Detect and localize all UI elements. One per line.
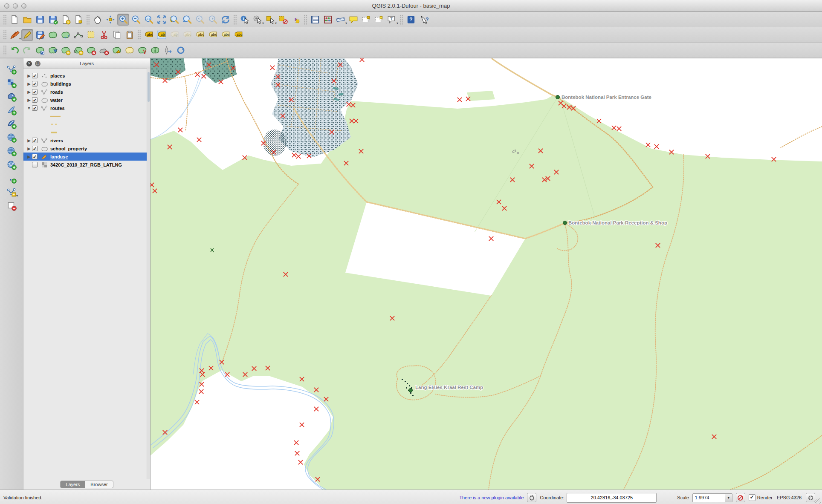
label-pin-button[interactable]: ab	[156, 29, 168, 41]
label-change-button[interactable]: abc	[220, 29, 232, 41]
coordinate-input[interactable]	[567, 493, 657, 503]
scale-dropdown-icon[interactable]: ▼	[725, 494, 732, 502]
add-spatialite-layer-button[interactable]	[6, 104, 17, 116]
tab-browser[interactable]: Browser	[85, 481, 113, 488]
zoom-selection-button[interactable]	[168, 14, 180, 26]
merge-features-button[interactable]	[149, 44, 161, 56]
chevron-down-icon[interactable]: ▼	[26, 106, 32, 110]
select-by-expression-button[interactable]: ε	[290, 14, 302, 26]
pan-map-button[interactable]	[92, 14, 104, 26]
copy-features-button[interactable]	[111, 29, 123, 41]
plugin-available-link[interactable]: There is a new plugin available	[459, 495, 524, 500]
layer-visibility-checkbox[interactable]: ✓	[32, 81, 38, 86]
save-layer-edits-button[interactable]	[34, 29, 46, 41]
chevron-right-icon[interactable]: ▶	[26, 98, 32, 102]
layer-item-buildings[interactable]: ▶✓buildings	[23, 80, 150, 88]
dropdown-arrow-icon[interactable]: ▾	[19, 37, 21, 40]
reshape-features-button[interactable]	[111, 44, 123, 56]
split-features-button[interactable]	[136, 44, 148, 56]
label-properties-button[interactable]: abc	[232, 29, 244, 41]
label-rotate-button[interactable]: abc	[207, 29, 219, 41]
dropdown-arrow-icon[interactable]: ▾	[16, 194, 18, 198]
zoom-out-button[interactable]	[130, 14, 142, 26]
layer-labeling-button[interactable]: abc	[143, 29, 155, 41]
map-tips-button[interactable]	[347, 14, 359, 26]
label-move-button[interactable]: abc	[194, 29, 206, 41]
resize-grip[interactable]	[815, 498, 821, 504]
layer-item-rivers[interactable]: ▶✓rivers	[23, 136, 150, 144]
zoom-full-button[interactable]	[156, 14, 168, 26]
add-wcs-layer-button[interactable]	[6, 145, 17, 157]
run-feature-action-button[interactable]: ▾	[252, 14, 263, 26]
save-project-as-button[interactable]	[47, 14, 59, 26]
toggle-editing-button[interactable]	[21, 29, 33, 41]
zoom-layer-button[interactable]	[181, 14, 193, 26]
measure-button[interactable]: ▾	[335, 14, 347, 26]
add-wfs-layer-button[interactable]	[6, 159, 17, 171]
scale-combo[interactable]: 1:9974 ▼	[692, 493, 732, 502]
select-features-button[interactable]: ▾	[264, 14, 276, 26]
crs-icon[interactable]	[806, 493, 815, 502]
layer-item-landuse[interactable]: ▶✓landuse	[23, 153, 150, 161]
whats-this-button[interactable]: ?	[418, 14, 430, 26]
chevron-right-icon[interactable]: ▶	[26, 155, 32, 159]
offset-curve-button[interactable]	[124, 44, 136, 56]
stop-render-icon[interactable]	[736, 493, 745, 502]
chevron-right-icon[interactable]: ▶	[26, 82, 32, 86]
render-checkbox[interactable]: ✓	[749, 494, 755, 501]
layer-visibility-checkbox[interactable]: ✓	[32, 73, 38, 78]
attribute-table-button[interactable]	[309, 14, 321, 26]
help-button[interactable]: ?	[405, 14, 417, 26]
add-postgis-layer-button[interactable]	[6, 91, 17, 103]
undo-button[interactable]	[9, 44, 20, 56]
add-mssql-layer-button[interactable]	[6, 118, 17, 130]
node-tool-button[interactable]	[72, 29, 84, 41]
plugin-icon[interactable]	[527, 493, 536, 502]
add-part-button[interactable]: ✳	[72, 44, 84, 56]
layer-visibility-checkbox[interactable]: ✓	[32, 97, 38, 103]
tab-layers[interactable]: Layers	[60, 481, 85, 488]
paste-features-button[interactable]	[124, 29, 136, 41]
layer-item-places[interactable]: ▶✓places	[23, 72, 150, 80]
chevron-right-icon[interactable]: ▶	[26, 147, 32, 151]
add-vector-layer-button[interactable]	[6, 63, 17, 75]
layer-item-3420C_2010_327_RGB_LATLNG[interactable]: 3420C_2010_327_RGB_LATLNG	[23, 161, 150, 169]
field-calculator-button[interactable]	[322, 14, 334, 26]
layer-visibility-checkbox[interactable]: ✓	[32, 105, 38, 111]
new-bookmark-button[interactable]	[360, 14, 372, 26]
zoom-native-button[interactable]: 1:1	[143, 14, 155, 26]
layer-item-roads[interactable]: ▶✓roads	[23, 88, 150, 96]
dropdown-arrow-icon[interactable]: ▾	[345, 22, 347, 25]
layer-item-water[interactable]: ▶✓water	[23, 96, 150, 104]
simplify-feature-button[interactable]	[47, 44, 59, 56]
save-project-button[interactable]	[34, 14, 46, 26]
panel-scrollbar[interactable]	[147, 69, 150, 479]
dropdown-arrow-icon[interactable]: ▾	[262, 22, 264, 25]
cut-features-button[interactable]	[98, 29, 110, 41]
add-wms-layer-button[interactable]	[6, 132, 17, 144]
delete-ring-button[interactable]	[85, 44, 97, 56]
chevron-right-icon[interactable]: ▶	[26, 90, 32, 94]
dropdown-arrow-icon[interactable]: ▾	[275, 22, 277, 25]
text-annotation-button[interactable]: T▾	[386, 14, 398, 26]
deselect-features-button[interactable]	[277, 14, 289, 26]
layer-visibility-checkbox[interactable]: ✓	[32, 89, 38, 95]
rotate-point-symbols-button[interactable]	[162, 44, 174, 56]
layer-item-routes[interactable]: ▼✓routes	[23, 104, 150, 112]
remove-layer-button[interactable]	[6, 200, 17, 212]
chevron-right-icon[interactable]: ▶	[26, 74, 32, 78]
pan-to-selection-button[interactable]	[104, 14, 116, 26]
layer-item-school_property[interactable]: ▶✓school_property	[23, 144, 150, 153]
add-raster-layer-button[interactable]	[6, 77, 17, 89]
refresh-map-button[interactable]	[220, 14, 232, 26]
recenter-button[interactable]	[175, 44, 187, 56]
move-feature-button[interactable]	[60, 29, 72, 41]
show-bookmarks-button[interactable]	[373, 14, 385, 26]
dropdown-arrow-icon[interactable]: ▾	[397, 22, 398, 25]
zoom-in-button[interactable]	[117, 14, 129, 26]
current-edits-button[interactable]: ▾	[9, 29, 20, 41]
open-project-button[interactable]	[21, 14, 33, 26]
layer-visibility-checkbox[interactable]	[32, 162, 38, 167]
map-canvas[interactable]: Bontebok National Park Entrance GateBont…	[151, 58, 822, 490]
layer-visibility-checkbox[interactable]: ✓	[32, 146, 38, 151]
